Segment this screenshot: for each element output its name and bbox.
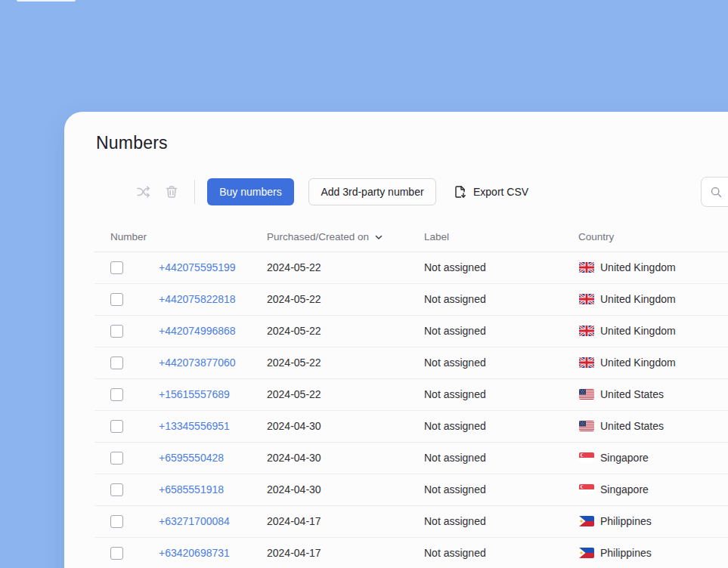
shuffle-icon	[136, 184, 151, 199]
purchased-date: 2024-04-30	[267, 420, 321, 432]
purchased-date: 2024-04-30	[267, 452, 321, 464]
label-value: Not assigned	[424, 483, 486, 495]
table-row: +63271700084 2024-04-17 Not assigned Phi…	[94, 506, 728, 538]
purchased-date: 2024-05-22	[267, 325, 321, 337]
row-checkbox[interactable]	[110, 483, 123, 496]
label-value: Not assigned	[424, 452, 486, 464]
number-link[interactable]: +442074996868	[159, 325, 236, 337]
column-header-purchased-label: Purchased/Created on	[267, 231, 369, 242]
purchased-date: 2024-05-22	[267, 357, 321, 369]
table-row: +442075595199 2024-05-22 Not assigned Un…	[94, 252, 728, 284]
country-flag-icon	[579, 326, 594, 336]
buy-numbers-button[interactable]: Buy numbers	[207, 178, 294, 205]
country-flag-icon	[579, 516, 594, 526]
number-link[interactable]: +6585551918	[159, 483, 224, 495]
purchased-date: 2024-05-22	[267, 261, 321, 273]
purchased-date: 2024-04-17	[267, 547, 321, 559]
table-row: +442073877060 2024-05-22 Not assigned Un…	[94, 347, 728, 379]
row-checkbox[interactable]	[110, 325, 123, 338]
trash-icon	[164, 184, 179, 199]
country-name: Singapore	[600, 452, 649, 464]
row-checkbox[interactable]	[110, 357, 123, 369]
toolbar-divider	[194, 180, 195, 204]
country-flag-icon	[579, 421, 594, 431]
number-link[interactable]: +63271700084	[159, 515, 230, 527]
app-background: { "page": { "title": "Numbers" }, "toolb…	[0, 0, 728, 568]
background-card-corner	[17, 0, 76, 2]
search-box[interactable]	[701, 177, 728, 207]
number-link[interactable]: +6595550428	[159, 452, 224, 464]
column-header-label: Label	[424, 231, 449, 242]
row-checkbox[interactable]	[110, 547, 123, 560]
table-row: +442075822818 2024-05-22 Not assigned Un…	[94, 284, 728, 316]
label-value: Not assigned	[424, 547, 486, 559]
table-header: Number Purchased/Created on Label Countr…	[94, 227, 728, 252]
shuffle-numbers-button[interactable]	[136, 184, 151, 199]
page-title: Numbers	[96, 133, 168, 153]
number-link[interactable]: +13345556951	[159, 420, 230, 432]
table-row: +63420698731 2024-04-17 Not assigned Phi…	[94, 538, 728, 568]
number-link[interactable]: +442075595199	[159, 261, 236, 273]
purchased-date: 2024-04-17	[267, 515, 321, 527]
row-checkbox[interactable]	[110, 261, 123, 274]
search-icon	[710, 186, 723, 199]
country-name: United Kingdom	[600, 293, 676, 305]
country-flag-icon	[579, 548, 594, 558]
label-value: Not assigned	[424, 420, 486, 432]
table-row: +442074996868 2024-05-22 Not assigned Un…	[94, 316, 728, 347]
number-link[interactable]: +63420698731	[159, 547, 230, 559]
country-flag-icon	[579, 294, 594, 304]
country-name: Philippines	[600, 515, 652, 527]
country-name: Singapore	[600, 483, 649, 495]
add-third-party-number-button[interactable]: Add 3rd-party number	[308, 178, 436, 205]
table-row: +6595550428 2024-04-30 Not assigned Sing…	[94, 443, 728, 474]
country-name: United Kingdom	[600, 325, 676, 337]
country-flag-icon	[579, 452, 594, 463]
column-header-number: Number	[110, 231, 147, 242]
country-name: United Kingdom	[600, 357, 676, 369]
country-name: United States	[600, 388, 664, 400]
country-name: United Kingdom	[600, 261, 676, 273]
purchased-date: 2024-04-30	[267, 483, 321, 495]
numbers-panel: Numbers Buy numbers Add 3rd-party number	[64, 112, 728, 568]
export-csv-button[interactable]: Export CSV	[446, 178, 536, 205]
label-value: Not assigned	[424, 357, 486, 369]
number-link[interactable]: +442073877060	[159, 357, 236, 369]
column-header-purchased-created-on[interactable]: Purchased/Created on	[267, 231, 383, 242]
label-value: Not assigned	[424, 293, 486, 305]
table-row: +13345556951 2024-04-30 Not assigned Uni…	[94, 411, 728, 443]
row-checkbox[interactable]	[110, 293, 123, 306]
export-csv-label: Export CSV	[473, 186, 528, 198]
purchased-date: 2024-05-22	[267, 388, 321, 400]
label-value: Not assigned	[424, 261, 486, 273]
label-value: Not assigned	[424, 325, 486, 337]
row-checkbox[interactable]	[110, 420, 123, 433]
country-flag-icon	[579, 357, 594, 368]
table-row: +15615557689 2024-05-22 Not assigned Uni…	[94, 379, 728, 411]
purchased-date: 2024-05-22	[267, 293, 321, 305]
country-name: United States	[600, 420, 664, 432]
table-row: +6585551918 2024-04-30 Not assigned Sing…	[94, 474, 728, 506]
country-name: Philippines	[600, 547, 652, 559]
number-link[interactable]: +442075822818	[159, 293, 236, 305]
country-flag-icon	[579, 389, 594, 400]
label-value: Not assigned	[424, 515, 486, 527]
number-link[interactable]: +15615557689	[159, 388, 230, 400]
export-csv-icon	[454, 185, 467, 199]
chevron-down-icon	[374, 233, 383, 242]
country-flag-icon	[579, 484, 594, 495]
delete-numbers-button[interactable]	[164, 184, 179, 199]
label-value: Not assigned	[424, 388, 486, 400]
row-checkbox[interactable]	[110, 452, 123, 465]
row-checkbox[interactable]	[110, 515, 123, 528]
country-flag-icon	[579, 262, 594, 273]
table-body: +442075595199 2024-05-22 Not assigned Un…	[94, 252, 728, 568]
column-header-country: Country	[578, 231, 614, 242]
row-checkbox[interactable]	[110, 388, 123, 401]
